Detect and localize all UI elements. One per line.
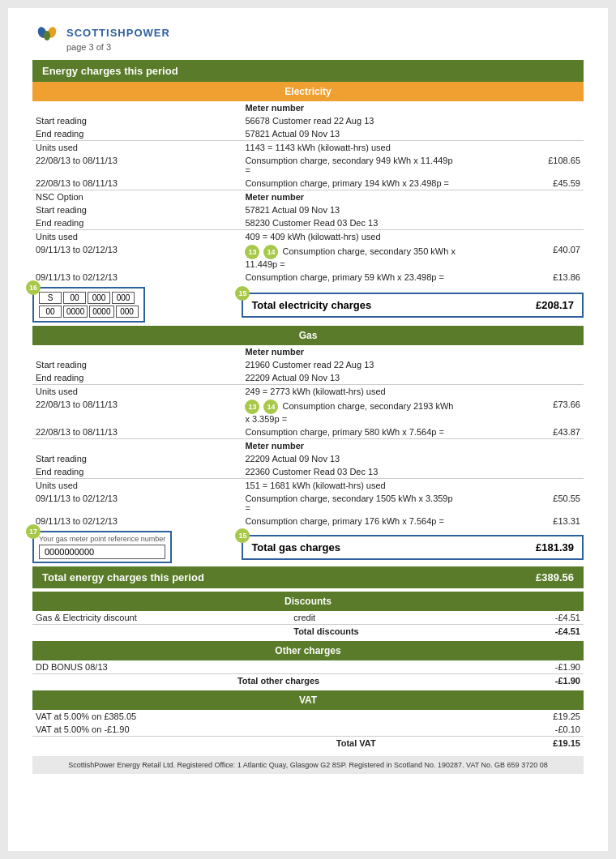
meter-box-00b: 00 [39,306,62,318]
gas2-charge1-desc: Consumption charge, secondary 1505 kWh x… [242,492,462,515]
elec-end-label: End reading [32,127,242,141]
nsc-label: NSC Option [32,190,242,204]
meter-input-row1: S 00 000 000 [39,292,139,304]
gas-units-label-1: Units used [32,385,242,399]
gas2-charge1-amount: £50.55 [462,492,584,515]
logo-area: SCOTTISHPOWER page 3 of 3 [32,24,170,53]
gas-table: Meter number Start reading 21960 Custome… [32,345,584,528]
gas-meter-header: Meter number [32,345,584,358]
total-electricity-label: Total electricity charges [251,299,371,311]
meter-input-row2: 00 0000 0000 000 [39,306,139,318]
gas-total-box-area: 15 Total gas charges £181.39 [242,535,584,560]
elec2-units-label: Units used [32,230,242,244]
meter-input-box[interactable]: S 00 000 000 00 0000 0000 000 [32,287,145,323]
elec-meter-input-area: 16 S 00 000 000 00 0000 0000 000 [32,287,242,323]
gas2-charge2-desc: Consumption charge, primary 176 kWh x 7.… [242,515,462,528]
discounts-label: Discounts [32,592,584,611]
elec2-units-used: Units used 409 = 409 kWh (kilowatt-hrs) … [32,230,584,244]
gas-start-reading: Start reading 21960 Customer read 22 Aug… [32,358,584,371]
vat-item2: VAT at 5.00% on -£1.90 -£0.10 [32,723,584,737]
total-vat-row: Total VAT £19.15 [32,737,584,750]
other-charges-table: DD BONUS 08/13 -£1.90 Total other charge… [32,660,584,687]
gas-charge1-row2: 22/08/13 to 08/11/13 Consumption charge,… [32,425,584,439]
meter-box-000b: 000 [112,292,135,304]
logo-text: SCOTTISHPOWER [66,27,170,39]
gas-end-label: End reading [32,371,242,385]
footer: ScottishPower Energy Retail Ltd. Registe… [32,756,584,774]
annotation-15-gas: 15 [235,528,250,543]
gas2-end-reading: End reading 22360 Customer Read 03 Dec 1… [32,465,584,479]
total-electricity-row: Total electricity charges £208.17 [242,293,584,318]
meter-box-000a: 000 [88,292,110,304]
elec-start-reading: Start reading 56678 Customer read 22 Aug… [32,114,584,127]
discount-item1: Gas & Electricity discount credit -£4.51 [32,611,584,625]
total-vat-amount: £19.15 [462,737,584,750]
gas-meter-number-label-2: Meter number [242,439,462,453]
elec2-charge2-amount: £13.86 [462,271,584,284]
meter-number-label: Meter number [242,101,462,114]
total-discounts-row: Total discounts -£4.51 [32,625,584,639]
elec-charge2-desc: Consumption charge, primary 194 kWh x 23… [242,177,462,190]
gas-units-used-1: Units used 249 = 2773 kWh (kilowatt-hrs)… [32,385,584,399]
gas-charge1-row1: 22/08/13 to 08/11/13 13 14 Consumption c… [32,398,584,425]
elec-charge1-row2: 22/08/13 to 08/11/13 Consumption charge,… [32,177,584,190]
elec2-charge1-amount: £40.07 [462,243,584,271]
gas-label: Gas [32,326,584,345]
total-discounts-label: Total discounts [290,625,462,639]
gas-section: Gas Meter number Start reading 21960 Cus… [32,326,584,563]
gas-ref-total-row: 17 Your gas meter point reference number… [32,531,584,563]
elec2-start-label: Start reading [32,203,242,216]
total-other-charges-row: Total other charges -£1.90 [32,674,584,688]
gas2-end-value: 22360 Customer Read 03 Dec 13 [242,465,462,479]
gas-ref-value: 0000000000 [39,545,165,559]
elec2-charge2-row: 09/11/13 to 02/12/13 Consumption charge,… [32,271,584,284]
other-item1-amount: -£1.90 [462,660,584,674]
total-other-amount: -£1.90 [462,674,584,688]
energy-total-amount: £389.56 [536,571,574,583]
elec2-end-reading: End reading 58230 Customer Read 03 Dec 1… [32,216,584,230]
elec2-charge2-date: 09/11/13 to 02/12/13 [32,271,242,284]
gas-meter2-header: Meter number [32,439,584,453]
gas-charge1-desc: 13 14 Consumption charge, secondary 2193… [242,398,462,425]
gas-end-value: 22209 Actual 09 Nov 13 [242,371,462,385]
total-gas-label: Total gas charges [251,541,340,553]
elec2-charge1-row: 09/11/13 to 02/12/13 13 14 Consumption c… [32,243,584,271]
gas-ref-box: Your gas meter point reference number 00… [32,531,172,563]
header: SCOTTISHPOWER page 3 of 3 [32,24,584,53]
gas2-start-value: 22209 Actual 09 Nov 13 [242,452,462,465]
annotation-16: 16 [26,280,41,295]
elec2-start-value: 57821 Actual 09 Nov 13 [242,203,462,216]
meter-box-0000a: 0000 [63,306,88,318]
vat-table: VAT at 5.00% on £385.05 £19.25 VAT at 5.… [32,710,584,750]
gas2-start-reading: Start reading 22209 Actual 09 Nov 13 [32,452,584,465]
other-charges-label: Other charges [32,641,584,660]
electricity-label: Electricity [32,82,584,101]
gas-units-value-1: 249 = 2773 kWh (kilowatt-hrs) used [242,385,462,399]
gas-charge2-desc: Consumption charge, primary 580 kWh x 7.… [242,425,462,439]
gas2-charge2-row: 09/11/13 to 02/12/13 Consumption charge,… [32,515,584,528]
annotation-15-elec: 15 [235,286,250,301]
electricity-section: Electricity Meter number Start reading 5… [32,82,584,323]
total-vat-label: Total VAT [333,737,463,750]
elec-start-label: Start reading [32,114,242,127]
elec2-end-value: 58230 Customer Read 03 Dec 13 [242,216,462,230]
other-item1-label: DD BONUS 08/13 [32,660,234,674]
gas-meter-number-label: Meter number [242,345,462,358]
vat-item2-amount: -£0.10 [462,723,584,737]
page: SCOTTISHPOWER page 3 of 3 Energy charges… [8,8,608,851]
elec-charge1-row1: 22/08/13 to 08/11/13 Consumption charge,… [32,154,584,177]
total-other-label: Total other charges [234,674,462,688]
vat-item1-amount: £19.25 [462,710,584,723]
other-item1: DD BONUS 08/13 -£1.90 [32,660,584,674]
meter-box-00: 00 [63,292,86,304]
gas2-units-used: Units used 151 = 1681 kWh (kilowatt-hrs)… [32,479,584,493]
discount-item1-amount: -£4.51 [462,611,584,625]
annotation-13a: 13 [245,245,259,259]
energy-total-bar: Total energy charges this period £389.56 [32,566,584,588]
total-electricity-amount: £208.17 [536,299,574,311]
gas-charge2-amount: £43.87 [462,425,584,439]
gas-charge2-desc-text: Consumption charge, primary 580 kWh x 7.… [245,427,444,437]
elec2-units-value: 409 = 409 kWh (kilowatt-hrs) used [242,230,462,244]
gas-start-value: 21960 Customer read 22 Aug 13 [242,358,462,371]
elec-meter-total-row: 16 S 00 000 000 00 0000 0000 000 [32,287,584,323]
